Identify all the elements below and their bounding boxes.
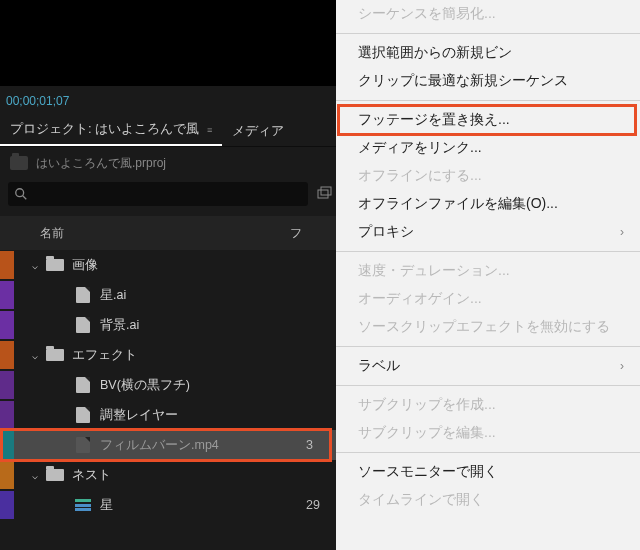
search-input[interactable] [8, 182, 308, 206]
item-label: 画像 [72, 257, 306, 274]
color-label [0, 461, 14, 489]
item-meta: 29 [306, 498, 336, 512]
menu-item-label: フッテージを置き換え... [358, 111, 510, 129]
menu-separator [336, 100, 640, 101]
tree-folder[interactable]: ⌵画像 [0, 250, 336, 280]
column-header: 名前 フ [0, 216, 336, 250]
svg-rect-3 [321, 187, 331, 195]
folder-icon [46, 258, 64, 272]
file-icon [74, 438, 92, 452]
context-menu: シーケンスを簡易化...選択範囲からの新規ビンクリップに最適な新規シーケンスフッ… [336, 0, 640, 550]
item-label: フィルムバーン.mp4 [100, 437, 306, 454]
tree-item[interactable]: 背景.ai [0, 310, 336, 340]
item-label: BV(横の黒フチ) [100, 377, 306, 394]
disclosure-triangle-icon[interactable]: ⌵ [28, 350, 42, 361]
color-label [0, 251, 14, 279]
menu-item[interactable]: 選択範囲からの新規ビン [336, 39, 640, 67]
menu-item[interactable]: メディアをリンク... [336, 134, 640, 162]
menu-item-label: 速度・デュレーション... [358, 262, 510, 280]
folder-icon [46, 348, 64, 362]
menu-separator [336, 346, 640, 347]
item-label: 背景.ai [100, 317, 306, 334]
menu-item: 速度・デュレーション... [336, 257, 640, 285]
tab-project[interactable]: プロジェクト: はいよころんで風 ≡ [0, 114, 222, 146]
item-label: ネスト [72, 467, 306, 484]
folder-icon [46, 468, 64, 482]
menu-item-label: メディアをリンク... [358, 139, 482, 157]
menu-item: シーケンスを簡易化... [336, 0, 640, 28]
project-tree: ⌵画像星.ai背景.ai⌵エフェクトBV(横の黒フチ)調整レイヤーフィルムバーン… [0, 250, 336, 520]
project-file-row[interactable]: はいよころんで風.prproj [0, 150, 336, 176]
color-label [0, 311, 14, 339]
column-name[interactable]: 名前 [0, 225, 290, 242]
menu-separator [336, 251, 640, 252]
menu-item[interactable]: ソースモニターで開く [336, 458, 640, 486]
color-label [0, 341, 14, 369]
item-label: エフェクト [72, 347, 306, 364]
item-label: 星 [100, 497, 306, 514]
menu-item-label: シーケンスを簡易化... [358, 5, 496, 23]
panel-tabs: プロジェクト: はいよころんで風 ≡ メディア [0, 118, 336, 147]
menu-item-label: ソースモニターで開く [358, 463, 498, 481]
new-item-icon[interactable] [316, 186, 332, 202]
file-icon [74, 378, 92, 392]
menu-item[interactable]: クリップに最適な新規シーケンス [336, 67, 640, 95]
tab-project-prefix: プロジェクト: [10, 121, 92, 136]
color-label [0, 401, 14, 429]
file-icon [74, 408, 92, 422]
menu-item-label: オフラインにする... [358, 167, 482, 185]
tree-item[interactable]: 星29 [0, 490, 336, 520]
timecode: 00;00;01;07 [6, 94, 69, 108]
menu-item: オーディオゲイン... [336, 285, 640, 313]
menu-item: オフラインにする... [336, 162, 640, 190]
submenu-arrow-icon: › [620, 225, 624, 239]
menu-item-label: プロキシ [358, 223, 414, 241]
menu-separator [336, 452, 640, 453]
item-meta: 3 [306, 438, 336, 452]
menu-item: タイムラインで開く [336, 486, 640, 514]
column-framerate[interactable]: フ [290, 225, 336, 242]
menu-item[interactable]: ラベル› [336, 352, 640, 380]
item-label: 調整レイヤー [100, 407, 306, 424]
color-label [0, 491, 14, 519]
tree-item[interactable]: 調整レイヤー [0, 400, 336, 430]
tree-folder[interactable]: ⌵ネスト [0, 460, 336, 490]
svg-point-0 [16, 189, 24, 197]
tree-item[interactable]: フィルムバーン.mp43 [0, 430, 336, 460]
menu-item-label: サブクリップを作成... [358, 396, 496, 414]
menu-item-label: ソースクリップエフェクトを無効にする [358, 318, 610, 336]
disclosure-triangle-icon[interactable]: ⌵ [28, 260, 42, 271]
tab-project-name: はいよころんで風 [95, 121, 199, 136]
menu-item-label: タイムラインで開く [358, 491, 484, 509]
menu-item[interactable]: プロキシ› [336, 218, 640, 246]
search-icon [14, 187, 28, 201]
tree-item[interactable]: 星.ai [0, 280, 336, 310]
menu-item-label: 選択範囲からの新規ビン [358, 44, 512, 62]
file-icon [74, 318, 92, 332]
file-icon [74, 288, 92, 302]
menu-separator [336, 33, 640, 34]
menu-item-label: ラベル [358, 357, 400, 375]
menu-item[interactable]: オフラインファイルを編集(O)... [336, 190, 640, 218]
project-file-name: はいよころんで風.prproj [36, 155, 166, 172]
tab-menu-icon[interactable]: ≡ [207, 125, 212, 135]
menu-item[interactable]: フッテージを置き換え... [336, 106, 640, 134]
color-label [0, 281, 14, 309]
menu-item-label: クリップに最適な新規シーケンス [358, 72, 568, 90]
tab-media[interactable]: メディア [222, 116, 294, 146]
menu-item: サブクリップを編集... [336, 419, 640, 447]
color-label [0, 431, 14, 459]
svg-rect-2 [318, 190, 328, 198]
color-label [0, 371, 14, 399]
sequence-icon [74, 498, 92, 512]
disclosure-triangle-icon[interactable]: ⌵ [28, 470, 42, 481]
submenu-arrow-icon: › [620, 359, 624, 373]
svg-line-1 [23, 196, 27, 200]
menu-item-label: サブクリップを編集... [358, 424, 496, 442]
menu-item: サブクリップを作成... [336, 391, 640, 419]
tree-item[interactable]: BV(横の黒フチ) [0, 370, 336, 400]
tree-folder[interactable]: ⌵エフェクト [0, 340, 336, 370]
item-label: 星.ai [100, 287, 306, 304]
menu-separator [336, 385, 640, 386]
bin-icon [10, 156, 28, 170]
